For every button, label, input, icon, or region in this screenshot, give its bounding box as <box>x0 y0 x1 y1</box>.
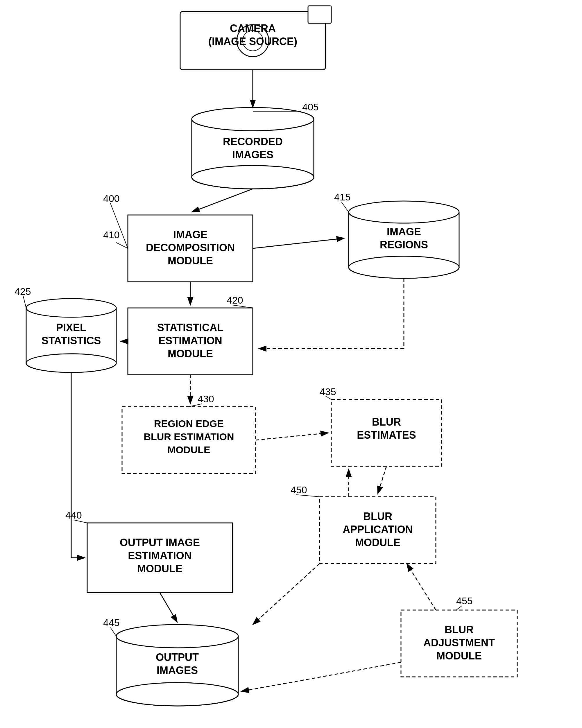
svg-line-71 <box>160 593 177 622</box>
svg-text:440: 440 <box>66 510 82 521</box>
svg-text:CAMERA: CAMERA <box>230 22 276 34</box>
svg-text:IMAGE: IMAGE <box>173 229 207 240</box>
svg-point-35 <box>26 298 116 317</box>
svg-point-38 <box>26 354 116 372</box>
svg-text:BLUR: BLUR <box>445 624 474 635</box>
svg-text:MODULE: MODULE <box>168 255 213 267</box>
svg-text:STATISTICS: STATISTICS <box>42 335 101 346</box>
svg-line-21 <box>253 238 344 249</box>
svg-text:MODULE: MODULE <box>436 650 482 662</box>
svg-text:APPLICATION: APPLICATION <box>343 523 412 536</box>
svg-line-91 <box>23 296 26 308</box>
diagram: CAMERA (IMAGE SOURCE) RECORDED IMAGES IM… <box>0 0 582 728</box>
svg-text:BLUR: BLUR <box>372 416 401 428</box>
svg-text:STATISTICAL: STATISTICAL <box>157 321 224 334</box>
flow-diagram-svg: CAMERA (IMAGE SOURCE) RECORDED IMAGES IM… <box>0 0 582 728</box>
svg-point-26 <box>349 256 459 278</box>
svg-text:ADJUSTMENT: ADJUSTMENT <box>423 637 495 649</box>
svg-text:BLUR: BLUR <box>363 511 392 522</box>
svg-point-10 <box>192 107 314 131</box>
svg-text:405: 405 <box>302 101 319 112</box>
svg-point-24 <box>349 256 459 278</box>
svg-line-97 <box>74 520 87 523</box>
svg-point-36 <box>26 354 116 372</box>
svg-text:RECORDED: RECORDED <box>223 136 283 148</box>
svg-text:445: 445 <box>103 617 120 628</box>
svg-text:455: 455 <box>456 595 473 606</box>
svg-rect-2 <box>180 11 325 70</box>
svg-point-65 <box>116 625 238 648</box>
svg-line-103 <box>456 606 462 610</box>
svg-text:MODULE: MODULE <box>355 537 400 548</box>
svg-rect-58 <box>87 523 232 593</box>
svg-text:(IMAGE SOURCE): (IMAGE SOURCE) <box>208 35 297 47</box>
svg-text:ESTIMATION: ESTIMATION <box>158 335 222 346</box>
svg-text:ESTIMATION: ESTIMATION <box>128 550 192 562</box>
svg-text:PIXEL: PIXEL <box>56 321 86 334</box>
svg-text:435: 435 <box>320 386 336 397</box>
svg-line-95 <box>325 396 331 399</box>
svg-text:IMAGE: IMAGE <box>387 226 421 238</box>
svg-text:MODULE: MODULE <box>137 563 182 575</box>
svg-line-89 <box>232 305 253 308</box>
svg-line-85 <box>116 242 128 249</box>
svg-line-87 <box>341 202 349 212</box>
svg-text:OUTPUT: OUTPUT <box>156 651 199 663</box>
svg-rect-12 <box>193 165 313 179</box>
svg-rect-49 <box>331 399 442 466</box>
svg-text:BLUR ESTIMATION: BLUR ESTIMATION <box>144 431 234 442</box>
svg-line-77 <box>253 564 320 625</box>
svg-text:430: 430 <box>198 393 214 405</box>
svg-rect-17 <box>128 215 253 282</box>
svg-rect-64 <box>116 636 238 694</box>
svg-text:MODULE: MODULE <box>167 444 210 455</box>
svg-point-5 <box>243 30 263 51</box>
svg-line-57 <box>378 466 386 494</box>
svg-rect-72 <box>401 610 517 677</box>
svg-text:IMAGES: IMAGES <box>157 665 198 676</box>
svg-rect-45 <box>122 407 256 473</box>
svg-text:REGIONS: REGIONS <box>380 239 428 251</box>
svg-rect-53 <box>320 497 436 564</box>
svg-rect-37 <box>27 354 116 364</box>
svg-text:MODULE: MODULE <box>168 348 213 360</box>
svg-point-66 <box>116 683 238 706</box>
svg-rect-22 <box>349 212 459 267</box>
svg-point-23 <box>349 201 459 223</box>
svg-text:450: 450 <box>290 484 307 495</box>
svg-line-52 <box>256 433 328 440</box>
svg-line-101 <box>296 495 320 497</box>
svg-rect-67 <box>117 683 237 696</box>
svg-text:OUTPUT IMAGE: OUTPUT IMAGE <box>120 537 200 548</box>
svg-text:IMAGES: IMAGES <box>232 149 273 161</box>
svg-text:DECOMPOSITION: DECOMPOSITION <box>146 242 235 254</box>
svg-rect-3 <box>308 6 331 23</box>
svg-rect-25 <box>350 256 458 268</box>
svg-text:REGION EDGE: REGION EDGE <box>154 418 224 429</box>
svg-text:415: 415 <box>334 191 351 203</box>
svg-text:410: 410 <box>103 229 120 240</box>
svg-rect-34 <box>26 308 116 363</box>
svg-line-79 <box>241 662 401 692</box>
svg-line-16 <box>192 189 253 212</box>
svg-point-11 <box>192 165 314 189</box>
svg-line-81 <box>110 203 128 249</box>
svg-text:420: 420 <box>227 294 243 306</box>
svg-rect-30 <box>128 308 253 375</box>
svg-text:ESTIMATES: ESTIMATES <box>357 429 416 441</box>
svg-point-4 <box>237 25 269 57</box>
svg-line-78 <box>407 564 436 610</box>
svg-point-13 <box>192 165 314 189</box>
svg-rect-9 <box>192 119 314 177</box>
svg-line-93 <box>189 404 202 407</box>
svg-text:400: 400 <box>103 193 120 204</box>
svg-text:425: 425 <box>15 286 31 297</box>
svg-point-68 <box>116 683 238 706</box>
svg-line-99 <box>110 627 116 636</box>
